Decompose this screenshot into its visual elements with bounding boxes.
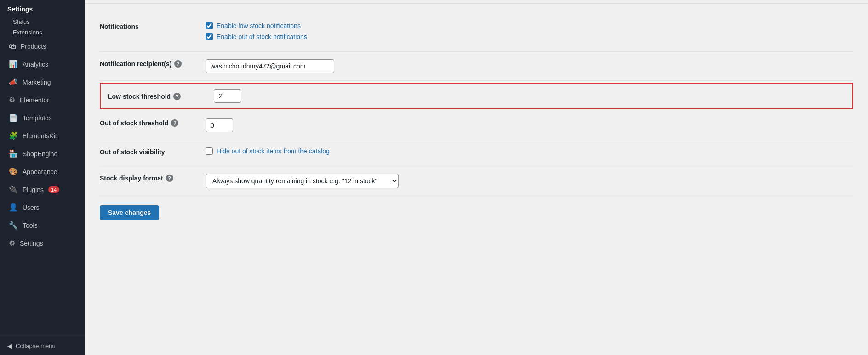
recipient-label: Notification recipient(s) ? xyxy=(100,59,206,68)
sidebar-item-status[interactable]: Status xyxy=(0,17,85,27)
sidebar-item-templates[interactable]: 📄 Templates xyxy=(0,109,85,127)
recipient-control xyxy=(206,59,853,73)
tools-icon: 🔧 xyxy=(9,221,18,230)
low-stock-threshold-input[interactable] xyxy=(214,89,241,103)
stock-display-format-label: Stock display format ? xyxy=(100,174,206,182)
sidebar-title: Settings xyxy=(0,0,85,17)
shopengine-icon: 🏪 xyxy=(9,149,18,158)
sidebar-item-elementskit-label: ElementsKit xyxy=(23,132,57,140)
sidebar-item-appearance-label: Appearance xyxy=(23,168,57,175)
users-icon: 👤 xyxy=(9,203,18,212)
marketing-icon: 📣 xyxy=(9,78,18,86)
recipient-row: Notification recipient(s) ? xyxy=(100,52,853,81)
sidebar-item-products[interactable]: 🛍 Products xyxy=(0,38,85,55)
top-bar xyxy=(85,0,868,4)
low-stock-threshold-inner: Low stock threshold ? xyxy=(108,89,845,103)
out-of-stock-visibility-control: Hide out of stock items from the catalog xyxy=(206,147,853,158)
out-of-stock-visibility-row: Out of stock visibility Hide out of stoc… xyxy=(100,140,853,166)
sidebar-item-marketing[interactable]: 📣 Marketing xyxy=(0,73,85,91)
hide-out-of-stock-label[interactable]: Hide out of stock items from the catalog xyxy=(217,147,330,155)
collapse-arrow-icon: ◀ xyxy=(7,343,12,349)
low-stock-label[interactable]: Enable low stock notifications xyxy=(217,22,301,29)
sidebar-item-tools-label: Tools xyxy=(23,222,38,229)
notifications-label: Notifications xyxy=(100,22,206,30)
notifications-control: Enable low stock notifications Enable ou… xyxy=(206,22,853,44)
sidebar-item-templates-label: Templates xyxy=(23,114,52,122)
out-of-stock-threshold-label: Out of stock threshold ? xyxy=(100,118,206,127)
main-content: Notifications Enable low stock notificat… xyxy=(85,0,868,355)
out-of-stock-label[interactable]: Enable out of stock notifications xyxy=(217,33,307,40)
recipient-input[interactable] xyxy=(206,59,334,73)
low-stock-threshold-label: Low stock threshold ? xyxy=(108,92,214,100)
stock-display-format-control: Always show quantity remaining in stock … xyxy=(206,174,853,188)
low-stock-help-icon[interactable]: ? xyxy=(173,93,181,100)
hide-out-of-stock-row: Hide out of stock items from the catalog xyxy=(206,147,853,155)
low-stock-threshold-control xyxy=(214,89,845,103)
sidebar: Settings Status Extensions 🛍 Products 📊 … xyxy=(0,0,85,355)
products-icon: 🛍 xyxy=(9,42,16,51)
analytics-icon: 📊 xyxy=(9,60,18,68)
sidebar-item-shopengine-label: ShopEngine xyxy=(23,150,57,158)
low-stock-checkbox[interactable] xyxy=(206,22,213,29)
stock-display-format-select[interactable]: Always show quantity remaining in stock … xyxy=(206,174,399,188)
sidebar-item-shopengine[interactable]: 🏪 ShopEngine xyxy=(0,145,85,163)
out-of-stock-checkbox[interactable] xyxy=(206,33,213,40)
out-of-stock-threshold-control xyxy=(206,118,853,132)
elementskit-icon: 🧩 xyxy=(9,131,18,140)
save-changes-button[interactable]: Save changes xyxy=(100,205,159,220)
plugins-icon: 🔌 xyxy=(9,185,18,194)
sidebar-item-plugins-label: Plugins xyxy=(23,186,44,193)
sidebar-item-extensions[interactable]: Extensions xyxy=(0,27,85,38)
hide-out-of-stock-checkbox[interactable] xyxy=(206,147,213,155)
settings-body: Notifications Enable low stock notificat… xyxy=(85,4,868,355)
sidebar-item-tools[interactable]: 🔧 Tools xyxy=(0,216,85,234)
sidebar-item-users-label: Users xyxy=(23,204,40,211)
sidebar-item-settings-label: Settings xyxy=(20,240,43,247)
sidebar-item-settings[interactable]: ⚙ Settings xyxy=(0,234,85,252)
recipient-help-icon[interactable]: ? xyxy=(174,60,182,68)
appearance-icon: 🎨 xyxy=(9,167,18,176)
sidebar-item-products-label: Products xyxy=(21,43,46,50)
settings-icon: ⚙ xyxy=(9,239,15,248)
low-stock-checkbox-row: Enable low stock notifications xyxy=(206,22,853,29)
sidebar-item-elementskit[interactable]: 🧩 ElementsKit xyxy=(0,127,85,145)
elementor-icon: ⚙ xyxy=(9,96,15,104)
sidebar-item-plugins[interactable]: 🔌 Plugins 14 xyxy=(0,180,85,198)
sidebar-item-appearance[interactable]: 🎨 Appearance xyxy=(0,163,85,180)
low-stock-threshold-highlighted: Low stock threshold ? xyxy=(100,83,853,109)
sidebar-item-analytics[interactable]: 📊 Analytics xyxy=(0,55,85,73)
plugins-badge: 14 xyxy=(48,186,59,193)
sidebar-item-marketing-label: Marketing xyxy=(23,79,51,86)
templates-icon: 📄 xyxy=(9,113,18,122)
sidebar-item-users[interactable]: 👤 Users xyxy=(0,198,85,216)
out-of-stock-visibility-label: Out of stock visibility xyxy=(100,147,206,156)
stock-display-format-row: Stock display format ? Always show quant… xyxy=(100,166,853,196)
out-of-stock-threshold-help-icon[interactable]: ? xyxy=(171,119,178,127)
collapse-menu[interactable]: ◀ Collapse menu xyxy=(0,337,85,355)
sidebar-item-elementor[interactable]: ⚙ Elementor xyxy=(0,91,85,109)
sidebar-item-elementor-label: Elementor xyxy=(20,96,49,104)
collapse-label: Collapse menu xyxy=(16,343,56,349)
notifications-row: Notifications Enable low stock notificat… xyxy=(100,15,853,52)
out-of-stock-threshold-input[interactable] xyxy=(206,118,233,132)
out-of-stock-checkbox-row: Enable out of stock notifications xyxy=(206,33,853,40)
out-of-stock-threshold-row: Out of stock threshold ? xyxy=(100,111,853,140)
sidebar-item-analytics-label: Analytics xyxy=(23,61,48,68)
stock-display-help-icon[interactable]: ? xyxy=(166,175,173,182)
